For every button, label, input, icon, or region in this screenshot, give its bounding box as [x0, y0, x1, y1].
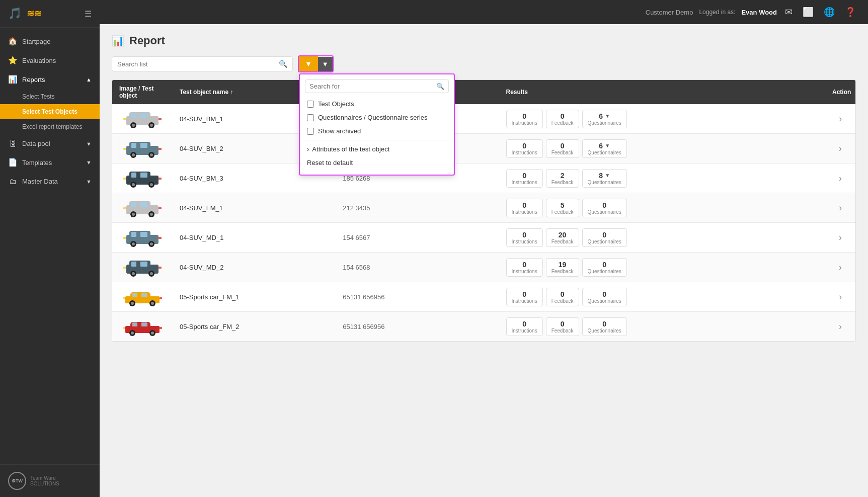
sidebar-item-label: Reports [22, 76, 45, 84]
svg-rect-13 [140, 143, 147, 148]
col-results: Results [499, 80, 826, 104]
database-icon: 🗄 [8, 139, 17, 148]
svg-point-17 [150, 153, 153, 156]
svg-rect-22 [131, 173, 136, 178]
questionnaires-count: 0 [602, 320, 606, 328]
feedback-badge: 0 Feedback [546, 139, 579, 158]
expand-row-button[interactable]: › [837, 201, 844, 215]
action-cell: › [825, 166, 855, 191]
help-icon[interactable]: ❓ [843, 5, 858, 20]
svg-point-47 [150, 242, 153, 245]
sidebar-item-select-test-objects[interactable]: Select Test Objects [0, 104, 100, 119]
username-label: Evan Wood [741, 9, 777, 16]
car-image-cell [112, 134, 173, 163]
expand-row-button[interactable]: › [837, 112, 844, 126]
col-label: Action [832, 89, 851, 96]
action-cell: › [825, 255, 855, 280]
page-title: Report [129, 34, 165, 47]
svg-rect-18 [123, 148, 126, 150]
questionnaire-dropdown-arrow[interactable]: ▼ [605, 113, 610, 119]
questionnaires-count: 0 [602, 231, 606, 239]
footer-logo: ⚙TW [8, 472, 26, 490]
questionnaires-label: Questionnaires [588, 120, 621, 126]
questionnaires-badge[interactable]: 6 ▼ Questionnaires [582, 110, 627, 128]
col-label: Image / Test object [119, 85, 166, 99]
search-input[interactable] [117, 60, 276, 68]
results-cell: 0 Instructions 2 Feedback 8 ▼ Questionna… [499, 164, 826, 193]
filter-option-test-objects[interactable]: Test Objects [300, 97, 454, 111]
svg-point-27 [150, 183, 153, 186]
questionnaires-label: Questionnaires [588, 269, 621, 274]
expand-row-button[interactable]: › [837, 290, 844, 304]
sidebar-item-select-tests[interactable]: Select Tests [0, 89, 100, 104]
sidebar-item-templates[interactable]: 📄 Templates ▼ [0, 153, 100, 172]
expand-row-button[interactable]: › [837, 260, 844, 275]
chevron-down-icon: ▼ [86, 141, 92, 147]
car-image-cell [112, 193, 173, 222]
feedback-count: 0 [561, 290, 565, 298]
filter-option-show-archived[interactable]: Show archived [300, 124, 454, 138]
sidebar-item-excel-templates[interactable]: Excel report templates [0, 119, 100, 134]
sidebar-item-startpage[interactable]: 🏠 Startpage [0, 32, 100, 51]
mail-icon[interactable]: ✉ [783, 5, 795, 20]
results-cell: 0 Instructions 0 Feedback 6 ▼ Questionna… [499, 134, 826, 163]
feedback-badge: 0 Feedback [546, 110, 579, 128]
svg-rect-72 [132, 322, 137, 326]
sidebar-item-data-pool[interactable]: 🗄 Data pool ▼ [0, 134, 100, 153]
svg-rect-3 [140, 113, 147, 118]
logo-icon: 🎵 [8, 7, 22, 20]
logout-icon[interactable]: ⬜ [801, 5, 816, 20]
filter-attributes-collapsible[interactable]: › Attributes of the test object [300, 142, 454, 156]
filter-dropdown-toggle[interactable]: ▼ [318, 57, 333, 71]
expand-row-button[interactable]: › [837, 230, 844, 245]
filter-checkbox-show-archived[interactable] [307, 128, 314, 135]
globe-icon[interactable]: 🌐 [822, 5, 837, 20]
svg-rect-62 [132, 293, 137, 297]
instructions-count: 0 [522, 231, 526, 239]
questionnaires-badge[interactable]: 8 ▼ Questionnaires [582, 169, 627, 188]
car-name-cell: 05-Sports car_FM_2 [173, 318, 336, 336]
sidebar-item-label: Data pool [22, 140, 50, 147]
svg-rect-12 [131, 143, 136, 148]
sidebar-item-evaluations[interactable]: ⭐ Evaluations [0, 51, 100, 70]
instructions-badge: 0 Instructions [506, 169, 543, 188]
svg-point-7 [150, 124, 153, 127]
filter-option-questionnaires[interactable]: Questionnaires / Questionnaire series [300, 111, 454, 124]
expand-row-button[interactable]: › [837, 319, 844, 334]
questionnaire-dropdown-arrow[interactable]: ▼ [605, 143, 610, 148]
filter-search-input[interactable] [309, 82, 433, 90]
filter-reset-button[interactable]: Reset to default [300, 156, 454, 170]
svg-rect-38 [123, 207, 126, 209]
chart-icon: 📊 [8, 75, 17, 84]
filter-option-label: Questionnaires / Questionnaire series [318, 114, 428, 121]
feedback-count: 0 [561, 142, 565, 150]
questionnaires-badge[interactable]: 6 ▼ Questionnaires [582, 139, 627, 158]
svg-rect-49 [159, 237, 162, 239]
feedback-label: Feedback [551, 269, 574, 274]
filter-checkbox-test-objects[interactable] [307, 101, 314, 108]
expand-row-button[interactable]: › [837, 171, 844, 186]
search-icon: 🔍 [279, 60, 287, 68]
svg-rect-79 [160, 327, 162, 329]
feedback-label: Feedback [551, 328, 574, 334]
car-image-cell [112, 253, 173, 282]
feedback-count: 0 [561, 112, 565, 120]
action-cell: › [825, 285, 855, 309]
filter-icon: ▼ [305, 60, 312, 68]
sidebar-item-master-data[interactable]: 🗂 Master Data ▼ [0, 172, 100, 191]
home-icon: 🏠 [8, 37, 17, 46]
instructions-label: Instructions [512, 150, 537, 155]
filter-option-label: Test Objects [318, 100, 354, 108]
expand-row-button[interactable]: › [837, 141, 844, 156]
questionnaire-dropdown-arrow[interactable]: ▼ [605, 173, 610, 178]
filter-main-button[interactable]: ▼ [299, 56, 318, 71]
instructions-count: 0 [522, 172, 526, 180]
filter-checkbox-questionnaires[interactable] [307, 114, 314, 121]
sidebar-logo: 🎵 ≋≋ ☰ [0, 0, 100, 28]
action-cell: › [825, 107, 855, 131]
svg-point-35 [132, 213, 135, 216]
collapse-sidebar-icon[interactable]: ☰ [85, 9, 92, 19]
sidebar-item-reports[interactable]: 📊 Reports ▲ [0, 70, 100, 89]
instructions-count: 0 [522, 201, 526, 209]
svg-rect-52 [131, 262, 136, 267]
